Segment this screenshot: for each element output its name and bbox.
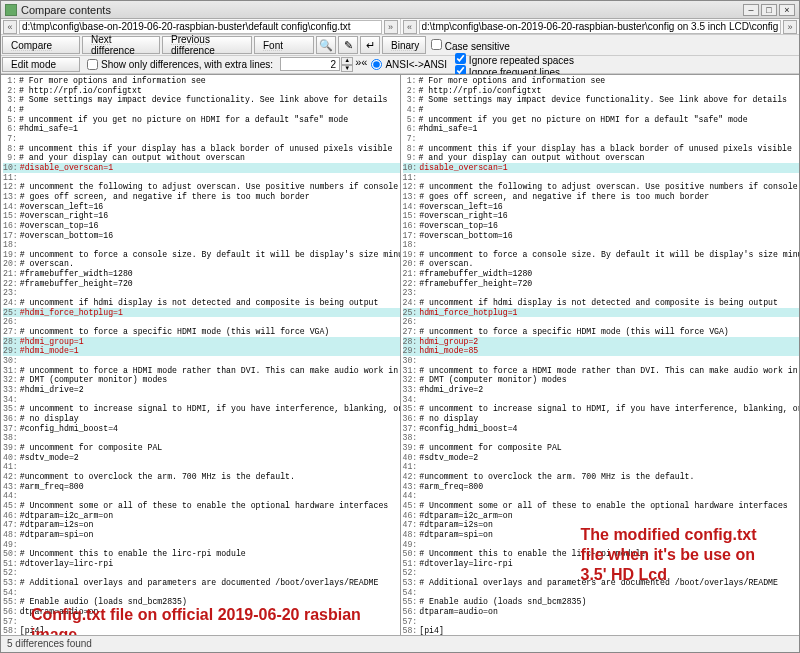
code-line[interactable]: 26: — [3, 317, 400, 327]
code-line[interactable]: 28:hdmi_group=2 — [403, 337, 800, 347]
code-line[interactable]: 38: — [3, 433, 400, 443]
code-line[interactable]: 51:#dtoverlay=lirc-rpi — [403, 559, 800, 569]
code-line[interactable]: 20:# overscan. — [403, 259, 800, 269]
code-line[interactable]: 49: — [3, 540, 400, 550]
code-line[interactable]: 53:# Additional overlays and parameters … — [3, 578, 400, 588]
code-line[interactable]: 6:#hdmi_safe=1 — [403, 124, 800, 134]
code-line[interactable]: 48:#dtparam=spi=on — [403, 530, 800, 540]
code-line[interactable]: 9:# and your display can output without … — [3, 153, 400, 163]
code-line[interactable]: 8:# uncomment this if your display has a… — [403, 144, 800, 154]
code-line[interactable]: 17:#overscan_bottom=16 — [3, 231, 400, 241]
code-line[interactable]: 22:#framebuffer_height=720 — [3, 279, 400, 289]
code-line[interactable]: 46:#dtparam=i2c_arm=on — [3, 511, 400, 521]
prev-diff-button[interactable]: Previous difference — [162, 36, 252, 54]
code-line[interactable]: 29:hdmi_mode=85 — [403, 346, 800, 356]
extra-lines-input[interactable] — [280, 57, 340, 71]
left-path-back-icon[interactable]: « — [3, 20, 17, 34]
code-line[interactable]: 5:# uncomment if you get no picture on H… — [3, 115, 400, 125]
code-line[interactable]: 21:#framebuffer_width=1280 — [3, 269, 400, 279]
code-line[interactable]: 34: — [403, 395, 800, 405]
code-line[interactable]: 1:# For more options and information see — [3, 76, 400, 86]
code-line[interactable]: 12:# uncomment the following to adjust o… — [403, 182, 800, 192]
minimize-button[interactable]: – — [743, 4, 759, 16]
code-line[interactable]: 16:#overscan_top=16 — [403, 221, 800, 231]
code-line[interactable]: 25:#hdmi_force_hotplug=1 — [3, 308, 400, 318]
titlebar[interactable]: Compare contents – □ × — [1, 1, 799, 19]
code-line[interactable]: 34: — [3, 395, 400, 405]
code-line[interactable]: 40:#sdtv_mode=2 — [403, 453, 800, 463]
code-line[interactable]: 15:#overscan_right=16 — [403, 211, 800, 221]
code-line[interactable]: 53:# Additional overlays and parameters … — [403, 578, 800, 588]
code-line[interactable]: 57: — [403, 617, 800, 627]
code-line[interactable]: 52: — [403, 568, 800, 578]
code-line[interactable]: 29:#hdmi_mode=1 — [3, 346, 400, 356]
left-path-next-icon[interactable]: » — [384, 20, 398, 34]
code-line[interactable]: 31:# uncomment to force a HDMI mode rath… — [3, 366, 400, 376]
maximize-button[interactable]: □ — [761, 4, 777, 16]
next-diff-button[interactable]: Next difference — [82, 36, 160, 54]
code-line[interactable]: 39:# uncomment for composite PAL — [403, 443, 800, 453]
code-line[interactable]: 27:# uncomment to force a specific HDMI … — [3, 327, 400, 337]
code-line[interactable]: 11: — [403, 173, 800, 183]
code-line[interactable]: 2:# http://rpf.io/configtxt — [3, 86, 400, 96]
code-line[interactable]: 38: — [403, 433, 800, 443]
code-line[interactable]: 24:# uncomment if hdmi display is not de… — [403, 298, 800, 308]
code-line[interactable]: 54: — [403, 588, 800, 598]
code-line[interactable]: 44: — [403, 491, 800, 501]
code-line[interactable]: 45:# Uncomment some or all of these to e… — [3, 501, 400, 511]
code-line[interactable]: 6:#hdmi_safe=1 — [3, 124, 400, 134]
left-path-input[interactable] — [19, 20, 382, 34]
font-button[interactable]: Font — [254, 36, 314, 54]
spin-up-icon[interactable]: ▲ — [341, 57, 353, 65]
right-path-back-icon[interactable]: « — [403, 20, 417, 34]
code-line[interactable]: 9:# and your display can output without … — [403, 153, 800, 163]
code-line[interactable]: 39:# uncomment for composite PAL — [3, 443, 400, 453]
case-sensitive-check[interactable]: Case sensitive — [431, 39, 795, 52]
code-line[interactable]: 1:# For more options and information see — [403, 76, 800, 86]
code-line[interactable]: 13:# goes off screen, and negative if th… — [403, 192, 800, 202]
code-line[interactable]: 14:#overscan_left=16 — [403, 202, 800, 212]
code-line[interactable]: 50:# Uncomment this to enable the lirc-r… — [403, 549, 800, 559]
code-line[interactable]: 36:# no display — [3, 414, 400, 424]
code-line[interactable]: 7: — [403, 134, 800, 144]
code-line[interactable]: 56:dtparam=audio=on — [3, 607, 400, 617]
code-line[interactable]: 36:# no display — [403, 414, 800, 424]
code-line[interactable]: 7: — [3, 134, 400, 144]
code-line[interactable]: 15:#overscan_right=16 — [3, 211, 400, 221]
code-line[interactable]: 35:# uncomment to increase signal to HDM… — [3, 404, 400, 414]
code-line[interactable]: 52: — [3, 568, 400, 578]
code-line[interactable]: 58:[pi4] — [403, 626, 800, 635]
code-line[interactable]: 42:#uncomment to overclock the arm. 700 … — [403, 472, 800, 482]
code-line[interactable]: 35:# uncomment to increase signal to HDM… — [403, 404, 800, 414]
code-line[interactable]: 58:[pi4] — [3, 626, 400, 635]
right-code-view[interactable]: 1:# For more options and information see… — [401, 75, 800, 635]
code-line[interactable]: 54: — [3, 588, 400, 598]
code-line[interactable]: 28:#hdmi_group=1 — [3, 337, 400, 347]
code-line[interactable]: 56:dtparam=audio=on — [403, 607, 800, 617]
binary-button[interactable]: Binary — [382, 36, 426, 54]
spin-down-icon[interactable]: ▼ — [341, 65, 353, 73]
code-line[interactable]: 19:# uncomment to force a console size. … — [3, 250, 400, 260]
code-line[interactable]: 51:#dtoverlay=lirc-rpi — [3, 559, 400, 569]
code-line[interactable]: 5:# uncomment if you get no picture on H… — [403, 115, 800, 125]
code-line[interactable]: 30: — [403, 356, 800, 366]
code-line[interactable]: 27:# uncomment to force a specific HDMI … — [403, 327, 800, 337]
code-line[interactable]: 49: — [403, 540, 800, 550]
code-line[interactable]: 11: — [3, 173, 400, 183]
code-line[interactable]: 37:#config_hdmi_boost=4 — [3, 424, 400, 434]
right-path-next-icon[interactable]: » — [783, 20, 797, 34]
code-line[interactable]: 48:#dtparam=spi=on — [3, 530, 400, 540]
code-line[interactable]: 16:#overscan_top=16 — [3, 221, 400, 231]
code-line[interactable]: 20:# overscan. — [3, 259, 400, 269]
code-line[interactable]: 43:#arm_freq=800 — [403, 482, 800, 492]
code-line[interactable]: 24:# uncomment if hdmi display is not de… — [3, 298, 400, 308]
code-line[interactable]: 10:disable_overscan=1 — [403, 163, 800, 173]
code-line[interactable]: 41: — [3, 462, 400, 472]
code-line[interactable]: 33:#hdmi_drive=2 — [3, 385, 400, 395]
close-button[interactable]: × — [779, 4, 795, 16]
code-line[interactable]: 40:#sdtv_mode=2 — [3, 453, 400, 463]
show-diff-check[interactable]: Show only differences, with extra lines: — [81, 56, 279, 73]
code-line[interactable]: 47:#dtparam=i2s=on — [403, 520, 800, 530]
code-line[interactable]: 3:# Some settings may impact device func… — [3, 95, 400, 105]
code-line[interactable]: 30: — [3, 356, 400, 366]
